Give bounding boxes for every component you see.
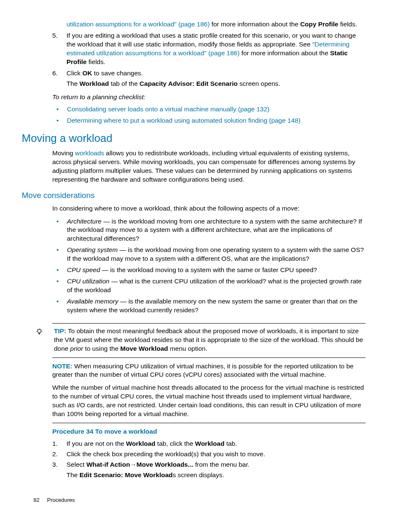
text: screen opens. (238, 80, 280, 87)
divider (52, 323, 366, 324)
text: Select (66, 461, 86, 468)
text: When measuring CPU utilization of virtua… (52, 362, 353, 378)
checklist-links: Consolidating server loads onto a virtua… (33, 105, 366, 125)
text-bold: OK (82, 69, 92, 77)
list-item-5: 5. If you are editing a workload that us… (33, 31, 366, 67)
text-bold: Move Workload (120, 345, 168, 352)
list-marker: 6. (33, 69, 66, 88)
link-utilization-assumptions[interactable]: utilization assumptions for a workload" … (66, 21, 210, 28)
tip-box: TIP: To obtain the most meaningful feedb… (33, 327, 366, 353)
list-marker: 1. (33, 439, 66, 448)
checklist-intro: To return to a planning checklist: (52, 93, 366, 102)
list-item: CPU utilization — what is the current CP… (33, 277, 366, 295)
text: Moving (52, 149, 75, 157)
text: — is the workload moving to a system wit… (100, 266, 317, 273)
text: If you are not on the (66, 440, 126, 447)
tip-icon (33, 327, 54, 353)
list-item: 3. Select What-if Action→Move Workloads.… (33, 460, 366, 480)
note-paragraph-2: While the number of virtual machine host… (52, 383, 366, 419)
paragraph: Moving workloads allows you to redistrib… (52, 149, 366, 184)
text-bold: Workload (195, 440, 224, 447)
term: Architecture (67, 218, 102, 225)
svg-line-5 (41, 329, 41, 329)
term: CPU utilization (67, 278, 110, 285)
tip-label: TIP: (54, 327, 66, 334)
svg-point-0 (38, 329, 41, 333)
heading-moving-workload: Moving a workload (22, 131, 366, 146)
list-item: 2. Click the check box preceding the wor… (33, 450, 366, 459)
page-content: utilization assumptions for a workload" … (33, 20, 366, 504)
list-item: Architecture — is the workload moving fr… (33, 217, 366, 244)
text-bold: Capacity Advisor: Edit Scenario (140, 80, 238, 87)
arrow-icon: → (130, 461, 137, 468)
text: for more information about the (210, 21, 300, 28)
text: tab, click the (156, 440, 195, 447)
svg-line-4 (37, 329, 38, 329)
text: from the menu bar. (193, 461, 249, 468)
procedure-list: 1. If you are not on the Workload tab, c… (33, 439, 366, 480)
text-bold: Copy Profile (300, 21, 338, 28)
divider (52, 357, 366, 358)
term: Available memory (67, 298, 118, 305)
link-workloads[interactable]: workloads (75, 149, 104, 157)
text: tab. (225, 440, 237, 447)
list-item: Available memory — is the available memo… (33, 297, 366, 315)
text-italic: prior (70, 345, 83, 352)
procedure-heading: Procedure 34 To move a workload (52, 427, 366, 436)
text-bold: Workload (79, 80, 109, 87)
text: — is the workload moving from one archit… (67, 218, 362, 242)
text-bold: Edit Scenario: Move Workload (79, 471, 173, 478)
tip-text: TIP: To obtain the most meaningful feedb… (54, 327, 366, 353)
considerations-list: Architecture — is the workload moving fr… (33, 217, 366, 315)
list-item: CPU speed — is the workload moving to a … (33, 266, 366, 275)
text: to using the (83, 345, 120, 352)
numbered-list-continuation: utilization assumptions for a workload" … (33, 20, 366, 88)
text-bold: Workload (126, 440, 155, 447)
text: tab of the (109, 80, 139, 87)
list-item: Determining where to put a workload usin… (33, 116, 366, 125)
text: The (66, 80, 79, 87)
text: — what is the current CPU utilization of… (67, 278, 362, 293)
list-item-6: 6. Click OK to save changes. The Workloa… (33, 69, 366, 88)
list-marker: 5. (33, 31, 66, 67)
text: Click (66, 69, 82, 77)
sub-text: The Edit Scenario: Move Workloads screen… (66, 471, 366, 480)
divider (52, 423, 366, 423)
text: s screen displays. (173, 471, 224, 478)
list-marker: 2. (33, 450, 66, 459)
text: menu option. (168, 345, 207, 352)
link-consolidating[interactable]: Consolidating server loads onto a virtua… (67, 105, 269, 113)
heading-move-considerations: Move considerations (22, 190, 366, 201)
list-item: Consolidating server loads onto a virtua… (33, 105, 366, 114)
link-determining-where[interactable]: Determining where to put a workload usin… (67, 117, 300, 124)
note-paragraph-1: NOTE: When measuring CPU utilization of … (52, 362, 366, 380)
text: fields. (87, 58, 105, 65)
text-bold: What-if Action (86, 461, 130, 468)
text: The (66, 471, 79, 478)
term: Operating system (67, 246, 118, 253)
text: fields. (338, 21, 357, 28)
list-item-4-tail: utilization assumptions for a workload" … (33, 20, 366, 29)
term: CPU speed (67, 266, 100, 273)
lightbulb-icon (35, 328, 43, 336)
page-footer: 82Procedures (33, 496, 366, 504)
section-name: Procedures (47, 497, 74, 503)
paragraph: In considering where to move a workload,… (52, 204, 366, 213)
text: to save changes. (92, 69, 143, 77)
note-label: NOTE: (52, 362, 72, 370)
sub-text: The Workload tab of the Capacity Advisor… (66, 80, 366, 88)
page-number: 82 (33, 496, 39, 504)
text-bold: Move Workloads... (136, 461, 193, 468)
list-marker: 3. (33, 460, 66, 480)
text: Click the check box preceding the worklo… (66, 450, 366, 459)
text: for more information about the (240, 49, 330, 57)
list-item: 1. If you are not on the Workload tab, c… (33, 439, 366, 448)
list-item: Operating system — is the workload movin… (33, 246, 366, 263)
